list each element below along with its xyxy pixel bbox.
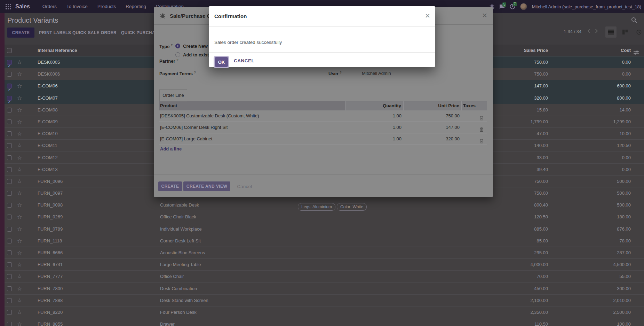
column-cost[interactable]: Cost xyxy=(551,45,631,56)
favorite-star-icon[interactable] xyxy=(17,187,22,199)
row-checkbox[interactable] xyxy=(7,155,12,160)
favorite-star-icon[interactable] xyxy=(17,247,22,259)
row-checkbox[interactable] xyxy=(7,179,12,184)
row-checkbox[interactable] xyxy=(7,227,12,232)
user-value[interactable]: Mitchell Admin xyxy=(362,71,391,76)
row-checkbox[interactable] xyxy=(7,286,12,291)
radio-create-new-label[interactable]: Create New xyxy=(183,44,208,49)
navbar-menu-reporting[interactable]: Reporting xyxy=(121,0,151,13)
row-checkbox[interactable] xyxy=(7,274,12,279)
row-checkbox[interactable] xyxy=(7,310,12,315)
tab-order-line[interactable]: Order Line xyxy=(159,89,187,101)
row-checkbox[interactable] xyxy=(7,84,12,88)
user-avatar[interactable] xyxy=(520,3,527,10)
list-view-icon[interactable] xyxy=(605,26,617,38)
ok-button[interactable]: OK xyxy=(215,57,228,67)
row-checkbox[interactable] xyxy=(7,119,12,124)
row-checkbox[interactable] xyxy=(7,96,12,101)
row-checkbox[interactable] xyxy=(7,143,12,148)
row-checkbox[interactable] xyxy=(7,167,12,172)
search-icon[interactable] xyxy=(631,17,637,24)
row-checkbox[interactable] xyxy=(7,108,12,112)
quick-purchase-order-button[interactable]: QUICK PURCHA xyxy=(121,28,155,38)
table-row[interactable]: FURN_8220 Four Person Desk 2,350.00 2,50… xyxy=(5,306,644,318)
favorite-star-icon[interactable] xyxy=(17,295,22,306)
table-row[interactable]: FURN_7888 Desk Stand with Screen 2,100.0… xyxy=(5,295,644,306)
favorite-star-icon[interactable] xyxy=(17,152,22,164)
pager-previous-icon[interactable] xyxy=(587,29,590,35)
row-checkbox[interactable] xyxy=(7,298,12,303)
messages-icon[interactable]: 5 xyxy=(499,4,505,9)
column-internal-reference[interactable]: Internal Reference xyxy=(38,45,77,56)
apps-grid-icon[interactable] xyxy=(6,4,11,9)
order-line-row[interactable]: [E-COM07] Large Cabinet 1.00 320.00 xyxy=(159,133,487,145)
favorite-star-icon[interactable] xyxy=(17,176,22,187)
kanban-view-icon[interactable] xyxy=(619,26,630,38)
create-button[interactable]: CREATE xyxy=(7,28,34,38)
table-row[interactable]: FURN_0098 Customizable Desk Legs: Alumin… xyxy=(5,199,644,211)
order-line-row[interactable]: [DESK0005] Customizable Desk (Custom, Wh… xyxy=(159,110,487,122)
navbar-menu-to-invoice[interactable]: To Invoice xyxy=(62,0,93,13)
modal-close-icon[interactable]: ✕ xyxy=(482,11,487,20)
modal-cancel-button[interactable]: Cancel xyxy=(234,181,255,191)
favorite-star-icon[interactable] xyxy=(17,199,22,211)
add-a-line-link[interactable]: Add a line xyxy=(160,146,182,152)
favorite-star-icon[interactable] xyxy=(17,211,22,223)
table-row[interactable]: FURN_0269 Office Chair Black 120.50 180.… xyxy=(5,211,644,223)
favorite-star-icon[interactable] xyxy=(17,116,22,128)
select-all-checkbox[interactable] xyxy=(7,48,12,53)
app-name[interactable]: Sales xyxy=(15,3,30,10)
table-row[interactable]: FURN_8855 Drawer 110.50 100.00 xyxy=(5,318,644,326)
col-unit-price[interactable]: Unit Price xyxy=(404,101,462,110)
favorite-star-icon[interactable] xyxy=(17,80,22,92)
table-row[interactable]: FURN_7777 Office Chair 70.00 55.00 xyxy=(5,271,644,282)
favorite-star-icon[interactable] xyxy=(17,104,22,116)
favorite-star-icon[interactable] xyxy=(17,235,22,247)
radio-add-existing-label[interactable]: Add to existi xyxy=(183,52,210,57)
favorite-star-icon[interactable] xyxy=(17,140,22,152)
favorite-star-icon[interactable] xyxy=(17,259,22,271)
quick-sale-order-button[interactable]: QUICK SALE ORDER xyxy=(72,28,117,38)
favorite-star-icon[interactable] xyxy=(17,318,22,326)
modal-create-and-view-button[interactable]: CREATE AND VIEW xyxy=(183,181,230,191)
pager-next-icon[interactable] xyxy=(595,29,598,35)
favorite-star-icon[interactable] xyxy=(17,306,22,318)
table-row[interactable]: FURN_7800 Desk Combination 450.00 300.00 xyxy=(5,283,644,295)
row-checkbox[interactable] xyxy=(7,72,12,77)
col-product[interactable]: Product xyxy=(159,101,345,110)
navbar-menu-products[interactable]: Products xyxy=(93,0,121,13)
modal-create-button[interactable]: CREATE xyxy=(158,181,182,191)
radio-create-new[interactable] xyxy=(175,44,180,48)
row-checkbox[interactable] xyxy=(7,215,12,219)
favorite-star-icon[interactable] xyxy=(17,68,22,80)
favorite-star-icon[interactable] xyxy=(17,271,22,282)
activities-clock-icon[interactable]: 7 xyxy=(510,4,515,9)
table-row[interactable]: FURN_1118 Corner Desk Left Sit 85.00 78.… xyxy=(5,235,644,247)
col-taxes[interactable]: Taxes xyxy=(462,101,487,110)
table-row[interactable]: FURN_6666 Acoustic Bloc Screens 295.00 2… xyxy=(5,247,644,259)
favorite-star-icon[interactable] xyxy=(17,92,22,104)
dialog-close-icon[interactable]: ✕ xyxy=(425,12,430,20)
row-checkbox[interactable] xyxy=(7,131,12,136)
user-menu[interactable]: Mitchell Admin (sale_purchase_from_produ… xyxy=(532,4,641,9)
row-checkbox[interactable] xyxy=(7,262,12,267)
row-checkbox[interactable] xyxy=(7,191,12,196)
favorite-star-icon[interactable] xyxy=(17,128,22,140)
row-checkbox[interactable] xyxy=(7,239,12,243)
delete-line-icon[interactable] xyxy=(479,137,484,148)
activity-view-icon[interactable] xyxy=(633,26,644,38)
print-labels-button[interactable]: PRINT LABELS xyxy=(39,28,71,38)
row-checkbox[interactable] xyxy=(7,322,12,326)
navbar-menu-orders[interactable]: Orders xyxy=(38,0,62,13)
favorite-star-icon[interactable] xyxy=(17,283,22,295)
cancel-button[interactable]: CANCEL xyxy=(234,58,254,63)
favorite-star-icon[interactable] xyxy=(17,56,22,68)
row-checkbox[interactable] xyxy=(7,250,12,255)
row-checkbox[interactable] xyxy=(7,60,12,65)
row-checkbox[interactable] xyxy=(7,203,12,208)
favorite-star-icon[interactable] xyxy=(17,164,22,176)
col-quantity[interactable]: Quantity xyxy=(345,101,404,110)
radio-add-existing[interactable] xyxy=(175,52,180,57)
favorite-star-icon[interactable] xyxy=(17,223,22,235)
table-row[interactable]: FURN_0789 Individual Workplace 885.00 87… xyxy=(5,223,644,235)
